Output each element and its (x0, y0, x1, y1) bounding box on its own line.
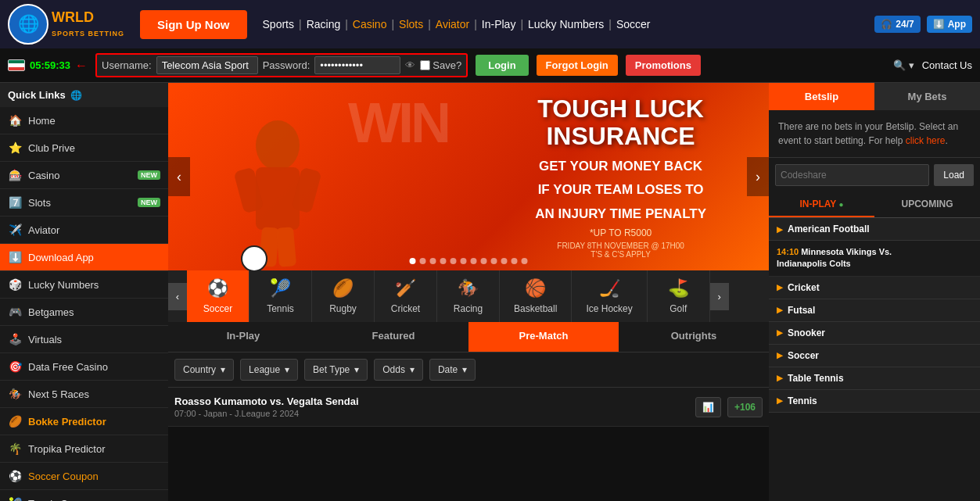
banner-dot-7[interactable] (481, 258, 487, 264)
sidebar-item-virtuals[interactable]: 🕹️ Virtuals (0, 326, 168, 353)
sport-tab-soccer[interactable]: ⚽ Soccer (187, 270, 249, 322)
inplay-tab-inplay[interactable]: IN-PLAY ● (769, 192, 874, 217)
sport-section-table-tennis[interactable]: ▶ Table Tennis (769, 367, 980, 390)
sidebar-item-bokke-predictor[interactable]: 🏉 Bokke Predictor (0, 408, 168, 435)
banner-dot-11[interactable] (522, 258, 528, 264)
username-input[interactable] (156, 56, 258, 74)
banner-dot-6[interactable] (471, 258, 477, 264)
sidebar-label-lucky-numbers: Lucky Numbers (28, 279, 99, 291)
filter-bet-type[interactable]: Bet Type ▾ (304, 359, 368, 381)
sport-tab-basketball[interactable]: 🏀 Basketball (500, 270, 572, 322)
banner-dot-10[interactable] (512, 258, 518, 264)
sidebar-item-aviator[interactable]: ✈️ Aviator (0, 217, 168, 244)
sidebar-item-club-prive[interactable]: ⭐ Club Prive (0, 134, 168, 162)
sidebar-item-tennis-coupon[interactable]: 🎾 Tennis Coupon (0, 490, 168, 501)
sidebar-item-download-app[interactable]: ⬇️ Download App (0, 244, 168, 271)
tab-featured[interactable]: Featured (318, 322, 468, 352)
badge-app[interactable]: ⬇️ App (927, 16, 972, 33)
sidebar-item-slots[interactable]: 7️⃣ Slots NEW (0, 189, 168, 217)
banner-dot-8[interactable] (491, 258, 497, 264)
login-bar: 05:59:33 ← Username: Password: 👁 Save? L… (0, 48, 980, 83)
chevron-icon-3: ▶ (777, 306, 783, 314)
sidebar-label-club-prive: Club Prive (28, 142, 75, 154)
sport-tab-tennis[interactable]: 🎾 Tennis (249, 270, 312, 322)
betslip-tab[interactable]: Betslip (769, 83, 874, 110)
sport-section-futsal[interactable]: ▶ Futsal (769, 299, 980, 322)
sidebar-item-soccer-coupon[interactable]: ⚽ Soccer Coupon (0, 463, 168, 490)
nav-inplay[interactable]: In-Play (482, 18, 516, 30)
nav-sports[interactable]: Sports (263, 18, 294, 30)
sport-section-tennis[interactable]: ▶ Tennis (769, 390, 980, 413)
promotions-button[interactable]: Promotions (626, 55, 701, 76)
match-more-button[interactable]: +106 (727, 397, 763, 417)
nav-aviator[interactable]: Aviator (436, 18, 469, 30)
slots-badge: NEW (138, 198, 160, 207)
betslip-click-here-link[interactable]: click here (906, 135, 946, 146)
sidebar-item-next-5-races[interactable]: 🏇 Next 5 Races (0, 381, 168, 408)
banner-dot-2[interactable] (430, 258, 436, 264)
tab-prematch[interactable]: Pre-Match (468, 322, 619, 352)
data-free-casino-icon: 🎯 (8, 360, 22, 374)
match-info: Roasso Kumamoto vs. Vegalta Sendai 07:00… (174, 395, 689, 418)
banner-text: TOUGH LUCK INSURANCE GET YOUR MONEY BACK… (535, 95, 706, 259)
sidebar-item-casino[interactable]: 🎰 Casino NEW (0, 162, 168, 189)
eye-icon[interactable]: 👁 (405, 59, 415, 71)
sport-section-american-football[interactable]: ▶ American Football (769, 218, 980, 241)
nav-slots[interactable]: Slots (399, 18, 423, 30)
center-content: WIN TOUGH LUCK INSURANCE (168, 83, 769, 501)
match-time: 14:10 (777, 247, 801, 256)
nav-soccer[interactable]: Soccer (616, 18, 651, 30)
banner-dots (410, 258, 528, 264)
login-button[interactable]: Login (476, 55, 528, 76)
password-label: Password: (263, 59, 311, 71)
sidebar-item-lucky-numbers[interactable]: 🎲 Lucky Numbers (0, 271, 168, 299)
sport-tab-ice-hockey[interactable]: 🏒 Ice Hockey (572, 270, 647, 322)
badge-247: 🎧 24/7 (874, 16, 920, 33)
filter-odds[interactable]: Odds ▾ (374, 359, 423, 381)
password-input[interactable] (314, 56, 400, 74)
search-icon[interactable]: 🔍 ▾ (893, 59, 914, 71)
sidebar-item-betgames[interactable]: 🎮 Betgames (0, 299, 168, 326)
sport-tab-racing[interactable]: 🏇 Racing (437, 270, 500, 322)
sport-tab-cricket[interactable]: 🏏 Cricket (375, 270, 437, 322)
inplay-tab-upcoming[interactable]: UPCOMING (874, 192, 980, 217)
banner-dot-1[interactable] (420, 258, 426, 264)
filter-date[interactable]: Date ▾ (429, 359, 476, 381)
sport-tab-prev[interactable]: ‹ (168, 283, 187, 310)
load-button[interactable]: Load (934, 164, 974, 186)
nav-racing[interactable]: Racing (307, 18, 341, 30)
codeshare-input[interactable] (775, 164, 929, 186)
forgot-login-button[interactable]: Forgot Login (537, 55, 618, 76)
sport-tab-golf[interactable]: ⛳ Golf (648, 270, 710, 322)
tab-outrights[interactable]: Outrights (619, 322, 769, 352)
sport-section-soccer[interactable]: ▶ Soccer (769, 345, 980, 367)
match-stats-button[interactable]: 📊 (695, 397, 721, 417)
sidebar-item-data-free-casino[interactable]: 🎯 Data Free Casino (0, 353, 168, 381)
sport-section-snooker[interactable]: ▶ Snooker (769, 322, 980, 345)
list-item[interactable]: 14:10 Minnesota Vikings Vs.Indianapolis … (769, 241, 980, 277)
tab-inplay[interactable]: In-Play (168, 322, 318, 352)
banner-next-button[interactable]: › (747, 157, 769, 196)
logo-area: 🌐 WRLD SPORTS BETTING (8, 4, 124, 45)
my-bets-tab[interactable]: My Bets (874, 83, 980, 110)
contact-link[interactable]: Contact Us (922, 59, 972, 71)
filter-country[interactable]: Country ▾ (174, 359, 234, 381)
save-checkbox[interactable] (420, 60, 430, 70)
banner-dot-5[interactable] (461, 258, 467, 264)
banner-dot-4[interactable] (451, 258, 457, 264)
banner-dot-9[interactable] (501, 258, 508, 264)
sidebar-item-tropika-predictor[interactable]: 🌴 Tropika Predictor (0, 435, 168, 463)
banner-prev-button[interactable]: ‹ (168, 157, 190, 196)
svg-point-0 (256, 120, 300, 170)
nav-lucky-numbers[interactable]: Lucky Numbers (528, 18, 604, 30)
sport-tab-rugby[interactable]: 🏉 Rugby (312, 270, 375, 322)
nav-casino[interactable]: Casino (353, 18, 387, 30)
login-field-group: Username: Password: 👁 Save? (95, 53, 468, 77)
banner-dot-0[interactable] (410, 258, 416, 264)
signup-button[interactable]: Sign Up Now (140, 10, 247, 39)
sidebar-item-home[interactable]: 🏠 Home (0, 107, 168, 134)
sport-section-cricket[interactable]: ▶ Cricket (769, 277, 980, 299)
banner-dot-3[interactable] (440, 258, 447, 264)
sport-tab-next[interactable]: › (710, 283, 729, 310)
filter-league[interactable]: League ▾ (240, 359, 298, 381)
